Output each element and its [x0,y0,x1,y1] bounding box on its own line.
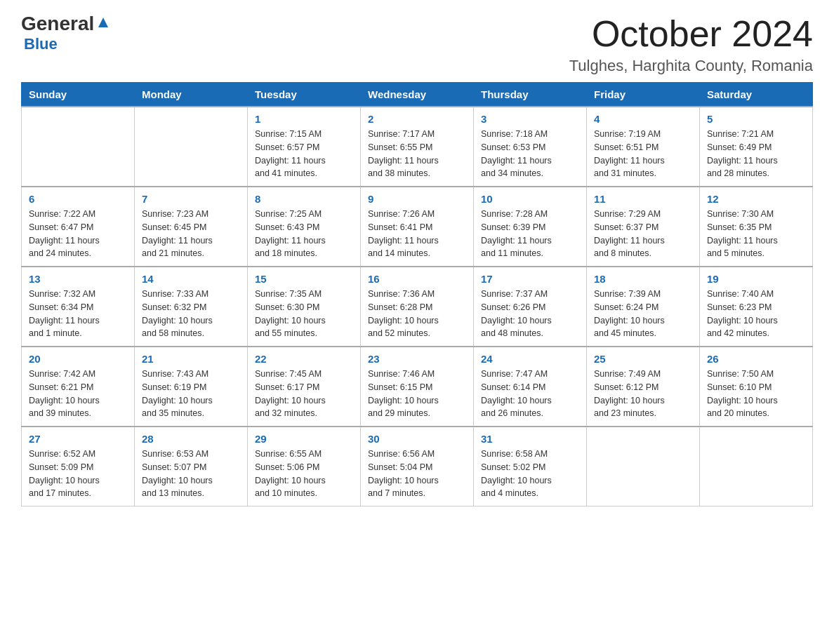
calendar-day-cell [700,427,813,507]
day-number: 18 [594,273,692,285]
calendar-day-cell: 11Sunrise: 7:29 AM Sunset: 6:37 PM Dayli… [587,187,700,267]
day-number: 24 [481,353,579,365]
day-info: Sunrise: 7:49 AM Sunset: 6:12 PM Dayligh… [594,368,692,420]
day-info: Sunrise: 7:23 AM Sunset: 6:45 PM Dayligh… [142,208,240,260]
day-number: 10 [481,193,579,205]
day-info: Sunrise: 7:33 AM Sunset: 6:32 PM Dayligh… [142,288,240,340]
day-info: Sunrise: 7:40 AM Sunset: 6:23 PM Dayligh… [707,288,805,340]
calendar-week-row: 27Sunrise: 6:52 AM Sunset: 5:09 PM Dayli… [22,427,813,507]
calendar-day-cell: 24Sunrise: 7:47 AM Sunset: 6:14 PM Dayli… [474,347,587,427]
title-block: October 2024 Tulghes, Harghita County, R… [569,14,813,75]
day-number: 26 [707,353,805,365]
logo-blue-text: Blue [24,35,58,53]
day-number: 22 [255,353,353,365]
calendar-day-cell: 1Sunrise: 7:15 AM Sunset: 6:57 PM Daylig… [248,107,361,187]
day-info: Sunrise: 7:28 AM Sunset: 6:39 PM Dayligh… [481,208,579,260]
calendar-day-cell: 2Sunrise: 7:17 AM Sunset: 6:55 PM Daylig… [361,107,474,187]
day-number: 5 [707,113,805,125]
day-number: 12 [707,193,805,205]
day-number: 13 [29,273,127,285]
day-info: Sunrise: 7:45 AM Sunset: 6:17 PM Dayligh… [255,368,353,420]
day-info: Sunrise: 7:18 AM Sunset: 6:53 PM Dayligh… [481,128,579,180]
calendar-day-cell: 12Sunrise: 7:30 AM Sunset: 6:35 PM Dayli… [700,187,813,267]
day-info: Sunrise: 7:22 AM Sunset: 6:47 PM Dayligh… [29,208,127,260]
month-title: October 2024 [569,14,813,54]
day-number: 19 [707,273,805,285]
day-number: 21 [142,353,240,365]
day-info: Sunrise: 7:43 AM Sunset: 6:19 PM Dayligh… [142,368,240,420]
day-info: Sunrise: 7:35 AM Sunset: 6:30 PM Dayligh… [255,288,353,340]
day-of-week-header: Wednesday [361,83,474,107]
day-number: 31 [481,433,579,445]
calendar-week-row: 6Sunrise: 7:22 AM Sunset: 6:47 PM Daylig… [22,187,813,267]
calendar-day-cell: 23Sunrise: 7:46 AM Sunset: 6:15 PM Dayli… [361,347,474,427]
day-of-week-header: Monday [135,83,248,107]
day-number: 28 [142,433,240,445]
day-info: Sunrise: 7:26 AM Sunset: 6:41 PM Dayligh… [368,208,466,260]
calendar-day-cell: 29Sunrise: 6:55 AM Sunset: 5:06 PM Dayli… [248,427,361,507]
day-info: Sunrise: 7:17 AM Sunset: 6:55 PM Dayligh… [368,128,466,180]
calendar-day-cell: 22Sunrise: 7:45 AM Sunset: 6:17 PM Dayli… [248,347,361,427]
day-number: 27 [29,433,127,445]
calendar-week-row: 1Sunrise: 7:15 AM Sunset: 6:57 PM Daylig… [22,107,813,187]
day-of-week-header: Thursday [474,83,587,107]
day-info: Sunrise: 7:46 AM Sunset: 6:15 PM Dayligh… [368,368,466,420]
calendar-day-cell: 16Sunrise: 7:36 AM Sunset: 6:28 PM Dayli… [361,267,474,347]
day-info: Sunrise: 6:53 AM Sunset: 5:07 PM Dayligh… [142,448,240,500]
location-title: Tulghes, Harghita County, Romania [569,57,813,75]
calendar-table: SundayMondayTuesdayWednesdayThursdayFrid… [21,82,813,507]
calendar-day-cell: 5Sunrise: 7:21 AM Sunset: 6:49 PM Daylig… [700,107,813,187]
calendar-day-cell: 8Sunrise: 7:25 AM Sunset: 6:43 PM Daylig… [248,187,361,267]
day-info: Sunrise: 7:50 AM Sunset: 6:10 PM Dayligh… [707,368,805,420]
day-number: 3 [481,113,579,125]
day-info: Sunrise: 7:47 AM Sunset: 6:14 PM Dayligh… [481,368,579,420]
calendar-day-cell [135,107,248,187]
day-info: Sunrise: 6:55 AM Sunset: 5:06 PM Dayligh… [255,448,353,500]
day-number: 1 [255,113,353,125]
svg-marker-0 [98,18,108,27]
day-info: Sunrise: 7:25 AM Sunset: 6:43 PM Dayligh… [255,208,353,260]
day-info: Sunrise: 7:32 AM Sunset: 6:34 PM Dayligh… [29,288,127,340]
calendar-day-cell: 25Sunrise: 7:49 AM Sunset: 6:12 PM Dayli… [587,347,700,427]
calendar-day-cell: 6Sunrise: 7:22 AM Sunset: 6:47 PM Daylig… [22,187,135,267]
calendar-day-cell: 31Sunrise: 6:58 AM Sunset: 5:02 PM Dayli… [474,427,587,507]
day-of-week-header: Saturday [700,83,813,107]
day-info: Sunrise: 7:39 AM Sunset: 6:24 PM Dayligh… [594,288,692,340]
day-info: Sunrise: 7:29 AM Sunset: 6:37 PM Dayligh… [594,208,692,260]
calendar-day-cell: 18Sunrise: 7:39 AM Sunset: 6:24 PM Dayli… [587,267,700,347]
day-info: Sunrise: 7:30 AM Sunset: 6:35 PM Dayligh… [707,208,805,260]
day-number: 29 [255,433,353,445]
calendar-day-cell [22,107,135,187]
day-info: Sunrise: 7:15 AM Sunset: 6:57 PM Dayligh… [255,128,353,180]
day-number: 14 [142,273,240,285]
day-number: 11 [594,193,692,205]
day-info: Sunrise: 7:42 AM Sunset: 6:21 PM Dayligh… [29,368,127,420]
calendar-day-cell: 28Sunrise: 6:53 AM Sunset: 5:07 PM Dayli… [135,427,248,507]
calendar-day-cell: 27Sunrise: 6:52 AM Sunset: 5:09 PM Dayli… [22,427,135,507]
day-number: 16 [368,273,466,285]
calendar-week-row: 20Sunrise: 7:42 AM Sunset: 6:21 PM Dayli… [22,347,813,427]
calendar-day-cell: 19Sunrise: 7:40 AM Sunset: 6:23 PM Dayli… [700,267,813,347]
day-number: 4 [594,113,692,125]
day-info: Sunrise: 7:36 AM Sunset: 6:28 PM Dayligh… [368,288,466,340]
calendar-day-cell: 7Sunrise: 7:23 AM Sunset: 6:45 PM Daylig… [135,187,248,267]
calendar-day-cell: 9Sunrise: 7:26 AM Sunset: 6:41 PM Daylig… [361,187,474,267]
calendar-day-cell: 30Sunrise: 6:56 AM Sunset: 5:04 PM Dayli… [361,427,474,507]
day-info: Sunrise: 6:56 AM Sunset: 5:04 PM Dayligh… [368,448,466,500]
day-number: 8 [255,193,353,205]
calendar-day-cell: 3Sunrise: 7:18 AM Sunset: 6:53 PM Daylig… [474,107,587,187]
day-number: 20 [29,353,127,365]
day-of-week-header: Friday [587,83,700,107]
day-info: Sunrise: 7:21 AM Sunset: 6:49 PM Dayligh… [707,128,805,180]
calendar-week-row: 13Sunrise: 7:32 AM Sunset: 6:34 PM Dayli… [22,267,813,347]
day-info: Sunrise: 7:19 AM Sunset: 6:51 PM Dayligh… [594,128,692,180]
calendar-day-cell: 15Sunrise: 7:35 AM Sunset: 6:30 PM Dayli… [248,267,361,347]
calendar-day-cell: 17Sunrise: 7:37 AM Sunset: 6:26 PM Dayli… [474,267,587,347]
day-number: 30 [368,433,466,445]
calendar-day-cell: 4Sunrise: 7:19 AM Sunset: 6:51 PM Daylig… [587,107,700,187]
day-number: 6 [29,193,127,205]
logo: General Blue [21,14,111,53]
day-number: 7 [142,193,240,205]
day-info: Sunrise: 6:52 AM Sunset: 5:09 PM Dayligh… [29,448,127,500]
calendar-day-cell: 10Sunrise: 7:28 AM Sunset: 6:39 PM Dayli… [474,187,587,267]
